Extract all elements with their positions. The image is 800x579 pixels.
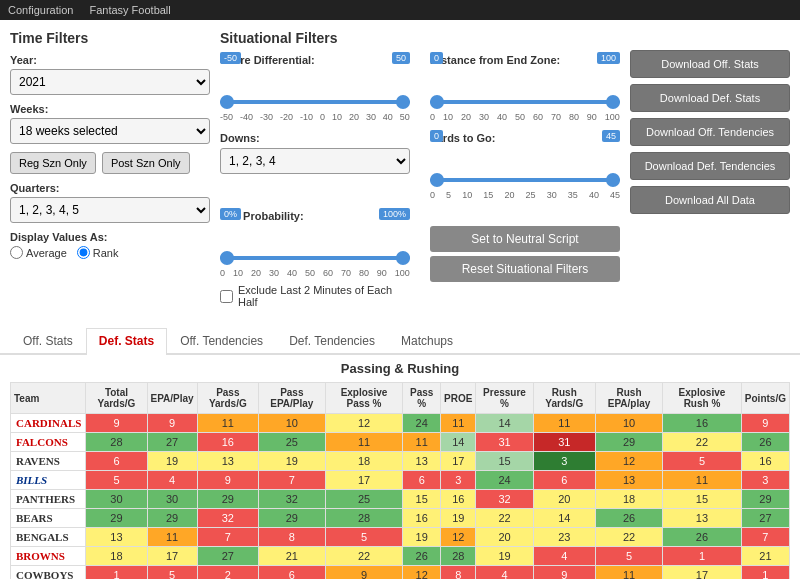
yards-thumb-right[interactable] bbox=[606, 173, 620, 187]
stat-cell: 22 bbox=[595, 528, 662, 547]
team-name: FALCONS bbox=[11, 433, 86, 452]
stat-cell: 16 bbox=[663, 414, 742, 433]
team-name: RAVENS bbox=[11, 452, 86, 471]
distance-group: Distance from End Zone: 0 100 0102030405… bbox=[430, 54, 620, 122]
stat-cell: 19 bbox=[476, 547, 533, 566]
downs-group: Downs: 1, 2, 3, 4 bbox=[220, 132, 410, 200]
quarters-select[interactable]: 1, 2, 3, 4, 5 bbox=[10, 197, 210, 223]
situational-filters-title: Situational Filters bbox=[220, 30, 620, 46]
stat-cell: 12 bbox=[325, 414, 403, 433]
download-def-tend-button[interactable]: Download Def. Tendencies bbox=[630, 152, 790, 180]
stat-cell: 14 bbox=[476, 414, 533, 433]
nav-configuration[interactable]: Configuration bbox=[8, 4, 73, 16]
stat-cell: 27 bbox=[147, 433, 197, 452]
win-prob-thumb-right[interactable] bbox=[396, 251, 410, 265]
stat-cell: 11 bbox=[325, 433, 403, 452]
average-radio-label[interactable]: Average bbox=[10, 246, 67, 259]
exclude-checkbox[interactable] bbox=[220, 290, 233, 303]
average-radio[interactable] bbox=[10, 246, 23, 259]
table-row: COWBOYS152691284911171 bbox=[11, 566, 790, 580]
team-name: BILLS bbox=[11, 471, 86, 490]
distance-slider-container: 0 100 0102030405060708090100 bbox=[430, 70, 620, 122]
win-prob-fill bbox=[220, 256, 410, 260]
score-differential-group: Score Differential: -50 50 -50-40-30-20-… bbox=[220, 54, 410, 122]
reset-filters-button[interactable]: Reset Situational Filters bbox=[430, 256, 620, 282]
download-off-tend-button[interactable]: Download Off. Tendencies bbox=[630, 118, 790, 146]
stat-cell: 14 bbox=[533, 509, 595, 528]
post-szn-button[interactable]: Post Szn Only bbox=[102, 152, 190, 174]
score-thumb-left[interactable] bbox=[220, 95, 234, 109]
distance-labels: 0102030405060708090100 bbox=[430, 112, 620, 122]
col-rush-yards: Rush Yards/G bbox=[533, 383, 595, 414]
situational-filters-panel: Situational Filters Score Differential: … bbox=[220, 30, 620, 318]
year-select[interactable]: 202120202019 bbox=[10, 69, 210, 95]
stat-cell: 10 bbox=[258, 414, 325, 433]
yards-thumb-left[interactable] bbox=[430, 173, 444, 187]
download-def-stats-button[interactable]: Download Def. Stats bbox=[630, 84, 790, 112]
distance-max-value: 100 bbox=[597, 52, 620, 64]
col-proe: PROE bbox=[441, 383, 476, 414]
team-name: BROWNS bbox=[11, 547, 86, 566]
col-points: Points/G bbox=[741, 383, 789, 414]
nav-fantasy-football[interactable]: Fantasy Football bbox=[89, 4, 170, 16]
tab-off-tendencies[interactable]: Off. Tendencies bbox=[167, 328, 276, 353]
col-explosive-pass: Explosive Pass % bbox=[325, 383, 403, 414]
col-pass-epa: Pass EPA/Play bbox=[258, 383, 325, 414]
score-thumb-right[interactable] bbox=[396, 95, 410, 109]
tab-def-tendencies[interactable]: Def. Tendencies bbox=[276, 328, 388, 353]
team-name: BEARS bbox=[11, 509, 86, 528]
downs-label: Downs: bbox=[220, 132, 410, 144]
download-all-data-button[interactable]: Download All Data bbox=[630, 186, 790, 214]
stat-cell: 3 bbox=[441, 471, 476, 490]
stat-cell: 5 bbox=[86, 471, 147, 490]
stat-cell: 2 bbox=[197, 566, 258, 580]
table-row: BENGALS13117851912202322267 bbox=[11, 528, 790, 547]
yards-min-value: 0 bbox=[430, 130, 443, 142]
stats-table: Team Total Yards/G EPA/Play Pass Yards/G… bbox=[10, 382, 790, 579]
score-fill bbox=[220, 100, 410, 104]
stat-cell: 31 bbox=[533, 433, 595, 452]
exclude-label: Exclude Last 2 Minutes of Each Half bbox=[238, 284, 410, 308]
stat-cell: 32 bbox=[476, 490, 533, 509]
time-filters-panel: Time Filters Year: 202120202019 Weeks: 1… bbox=[10, 30, 210, 318]
stat-cell: 8 bbox=[441, 566, 476, 580]
reg-szn-button[interactable]: Reg Szn Only bbox=[10, 152, 96, 174]
rank-radio-label[interactable]: Rank bbox=[77, 246, 119, 259]
tab-off-stats[interactable]: Off. Stats bbox=[10, 328, 86, 353]
table-title: Passing & Rushing bbox=[10, 361, 790, 376]
download-panel: Download Off. Stats Download Def. Stats … bbox=[630, 30, 790, 318]
tab-def-stats[interactable]: Def. Stats bbox=[86, 328, 167, 355]
stat-cell: 15 bbox=[476, 452, 533, 471]
stat-cell: 11 bbox=[663, 471, 742, 490]
yards-track bbox=[430, 178, 620, 182]
stat-cell: 12 bbox=[403, 566, 441, 580]
stat-cell: 20 bbox=[476, 528, 533, 547]
stat-cell: 5 bbox=[663, 452, 742, 471]
col-pressure: Pressure % bbox=[476, 383, 533, 414]
stat-cell: 29 bbox=[86, 509, 147, 528]
stat-cell: 23 bbox=[533, 528, 595, 547]
distance-thumb-left[interactable] bbox=[430, 95, 444, 109]
tab-matchups[interactable]: Matchups bbox=[388, 328, 466, 353]
stat-cell: 11 bbox=[595, 566, 662, 580]
table-header-row: Team Total Yards/G EPA/Play Pass Yards/G… bbox=[11, 383, 790, 414]
rank-radio[interactable] bbox=[77, 246, 90, 259]
stat-cell: 29 bbox=[147, 509, 197, 528]
download-off-stats-button[interactable]: Download Off. Stats bbox=[630, 50, 790, 78]
win-prob-thumb-left[interactable] bbox=[220, 251, 234, 265]
stat-cell: 22 bbox=[325, 547, 403, 566]
stat-cell: 12 bbox=[595, 452, 662, 471]
stat-cell: 29 bbox=[595, 433, 662, 452]
exclude-checkbox-row: Exclude Last 2 Minutes of Each Half bbox=[220, 284, 410, 308]
weeks-label: Weeks: bbox=[10, 103, 210, 115]
downs-select[interactable]: 1, 2, 3, 4 bbox=[220, 148, 410, 174]
stat-cell: 9 bbox=[325, 566, 403, 580]
weeks-select[interactable]: 18 weeks selected bbox=[10, 118, 210, 144]
filter-row-3: Win Probability: 0% 100% 010203040506070… bbox=[220, 210, 620, 308]
neutral-script-button[interactable]: Set to Neutral Script bbox=[430, 226, 620, 252]
distance-thumb-right[interactable] bbox=[606, 95, 620, 109]
stat-cell: 3 bbox=[741, 471, 789, 490]
stat-cell: 8 bbox=[258, 528, 325, 547]
stat-cell: 30 bbox=[147, 490, 197, 509]
stat-cell: 19 bbox=[441, 509, 476, 528]
